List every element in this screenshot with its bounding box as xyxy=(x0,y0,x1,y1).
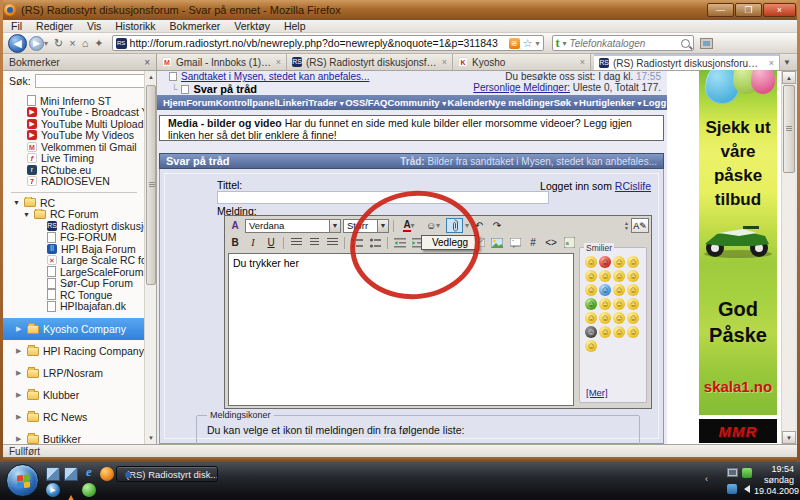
align-center-icon[interactable] xyxy=(306,235,322,250)
back-button[interactable]: ◀ xyxy=(8,34,27,53)
remove-formatting-icon[interactable]: A xyxy=(227,218,243,233)
bookmark-item[interactable]: Mini Inferno ST xyxy=(3,95,145,107)
underline-icon[interactable]: U xyxy=(263,235,279,250)
scroll-up-icon[interactable]: ▲ xyxy=(145,71,157,83)
bookmark-item[interactable]: MVelkommen til Gmail xyxy=(3,141,145,153)
tab-gmail[interactable]: M Gmail - Innboks (1) - olauritzen@g... … xyxy=(157,54,287,70)
attachment-dropdown-icon[interactable]: ▾ xyxy=(465,221,469,230)
bookmark-item[interactable]: Sør-Cup Forum xyxy=(3,278,145,290)
username-link[interactable]: RCislife xyxy=(615,180,651,192)
taskbar-clock[interactable]: 19:54 søndag 19.04.2009 xyxy=(754,464,798,497)
message-textarea[interactable]: Du trykker her xyxy=(228,253,574,406)
ad-site-link[interactable]: skala1.no xyxy=(699,378,777,395)
ad-banner[interactable]: Sjekk ut våre påske tilbud God Påske ska… xyxy=(699,70,777,415)
folder-rc[interactable]: ▼RC xyxy=(3,197,145,209)
media-player-icon[interactable]: ▶ xyxy=(46,483,60,497)
reload-icon[interactable]: ↻ xyxy=(54,37,63,50)
nav-kalender[interactable]: Kalender xyxy=(448,97,489,108)
url-input[interactable] xyxy=(130,37,506,49)
attachment-paperclip-button[interactable] xyxy=(446,218,463,233)
scroll-up-icon[interactable]: ▲ xyxy=(782,71,796,84)
start-button[interactable] xyxy=(6,464,39,497)
search-engine-dropdown-icon[interactable]: ▾ xyxy=(563,39,567,48)
menu-bokmerker[interactable]: Bokmerker xyxy=(170,20,221,32)
smiley-icon[interactable]: ☺ xyxy=(585,326,597,338)
menu-vis[interactable]: Vis xyxy=(87,20,101,32)
smiley-icon[interactable]: ☺ xyxy=(613,312,625,324)
nav-kontrollpanel[interactable]: Kontrollpanel xyxy=(216,97,277,108)
tab-close-icon[interactable]: × xyxy=(442,57,447,67)
smiley-insert-icon[interactable]: ☺▾ xyxy=(422,218,444,233)
smiley-icon[interactable]: ☺ xyxy=(585,340,597,352)
tab-forum-index[interactable]: RS (RS) Radiostyrt diskusjonsforum - In.… xyxy=(287,54,453,70)
scroll-down-icon[interactable]: ▼ xyxy=(782,431,796,444)
smiley-icon[interactable]: ☺ xyxy=(599,270,611,282)
vlc-icon[interactable] xyxy=(64,483,78,497)
home-icon[interactable]: ⌂ xyxy=(82,37,89,49)
taskbar-app-button[interactable]: (RS) Radiostyrt disk... xyxy=(116,466,218,482)
menu-help[interactable]: Help xyxy=(284,20,306,32)
url-bar[interactable]: RS ≋ ☆ ▾ xyxy=(112,35,544,51)
nav-hurtiglenker[interactable]: Hurtiglenker▼ xyxy=(579,97,643,108)
smiley-icon[interactable]: ☺ xyxy=(599,256,611,268)
page-scroll-thumb[interactable] xyxy=(783,85,795,173)
smiley-icon[interactable]: ☺ xyxy=(613,256,625,268)
search-input[interactable] xyxy=(570,38,678,49)
search-engine-icon[interactable]: t xyxy=(556,36,560,51)
search-icon[interactable] xyxy=(681,39,690,48)
tab-kyosho[interactable]: K Kyosho × xyxy=(453,54,591,70)
nav-logg-ut[interactable]: Logg ut xyxy=(643,97,678,108)
nav-linker[interactable]: Linker xyxy=(277,97,306,108)
bookmark-item[interactable]: RSRadiostyrt diskusjonsf... xyxy=(3,220,145,232)
collapsed-caret-icon[interactable]: ▶ xyxy=(16,325,23,333)
outdent-icon[interactable] xyxy=(392,235,408,250)
bookmark-item[interactable]: LargeScaleForums - Y... xyxy=(3,266,145,278)
smiley-icon[interactable]: ☺ xyxy=(585,256,597,268)
collapsed-caret-icon[interactable]: ▶ xyxy=(16,413,23,421)
smiley-icon[interactable]: ☺ xyxy=(627,256,639,268)
bookmark-item[interactable]: 7RADIOSEVEN xyxy=(3,176,145,188)
switch-windows-icon[interactable] xyxy=(64,467,78,481)
minimize-button[interactable]: — xyxy=(707,3,734,17)
sidebar-close-icon[interactable]: × xyxy=(144,57,150,68)
ordered-list-icon[interactable] xyxy=(349,235,365,250)
stop-icon[interactable]: × xyxy=(69,37,75,49)
nav-community[interactable]: Community▼ xyxy=(387,97,447,108)
menu-verktoy[interactable]: Verktøy xyxy=(234,20,270,32)
menu-historikk[interactable]: Historikk xyxy=(115,20,155,32)
smiley-icon[interactable]: ☺ xyxy=(627,270,639,282)
url-dropdown-icon[interactable]: ▾ xyxy=(536,39,540,48)
bookmark-item[interactable]: ▶YouTube - Broadcast Your... xyxy=(3,107,145,119)
resize-arrows-icon[interactable]: ▲▼ xyxy=(624,221,629,231)
nav-faq[interactable]: OSS/FAQ xyxy=(345,97,387,108)
green-app-icon[interactable] xyxy=(82,483,96,497)
wrap-code-icon[interactable]: # xyxy=(525,235,541,250)
insert-image-icon[interactable] xyxy=(489,235,505,250)
smiley-icon[interactable]: ☺ xyxy=(599,284,611,296)
nav-itrader[interactable]: iTrader▼ xyxy=(306,97,346,108)
bookmark-item[interactable]: ▶YouTube Multi Upload xyxy=(3,118,145,130)
expanded-caret-icon[interactable]: ▼ xyxy=(23,211,30,218)
folder-butikker[interactable]: ▶Butikker xyxy=(3,428,145,444)
smiley-icon[interactable]: ☺ xyxy=(627,326,639,338)
sidebar-scroll-thumb[interactable] xyxy=(146,85,156,285)
bookmark-item[interactable]: rRCtube.eu xyxy=(3,164,145,176)
editor-mode-toggle-button[interactable]: A✎ xyxy=(631,218,649,233)
network-monitor-icon[interactable] xyxy=(727,468,738,477)
smiley-icon[interactable]: ☺ xyxy=(613,326,625,338)
bookmark-item[interactable]: RC Tongue xyxy=(3,289,145,301)
smiley-icon[interactable]: ☺ xyxy=(585,312,597,324)
smiley-icon[interactable]: ☺ xyxy=(599,326,611,338)
folder-rc-forum[interactable]: ▼RC Forum xyxy=(3,209,145,221)
list-all-tabs-icon[interactable]: ▼ xyxy=(780,54,794,70)
tab-close-icon[interactable]: × xyxy=(580,57,585,67)
collapsed-caret-icon[interactable]: ▶ xyxy=(16,391,23,399)
italic-icon[interactable]: I xyxy=(245,235,261,250)
collapsed-caret-icon[interactable]: ▶ xyxy=(16,435,23,443)
bookmark-star-icon[interactable]: ☆ xyxy=(523,38,533,49)
antivirus-tray-icon[interactable] xyxy=(742,468,752,478)
tray-expand-icon[interactable]: ‹ xyxy=(705,474,708,484)
smiley-icon[interactable]: ☺ xyxy=(613,270,625,282)
smiley-icon[interactable]: ☺ xyxy=(613,284,625,296)
bookmark-item[interactable]: HPIbajafan.dk xyxy=(3,301,145,313)
